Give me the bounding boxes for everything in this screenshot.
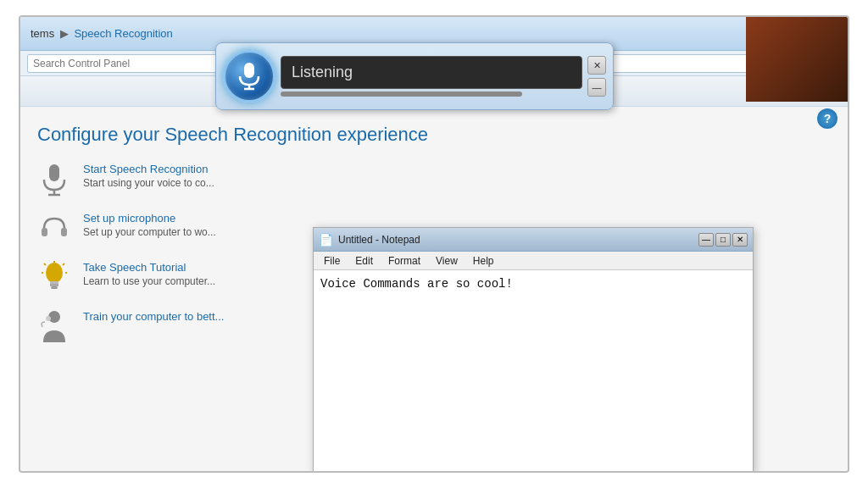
- list-item-start: Start Speech Recognition Start using you…: [37, 163, 831, 197]
- sr-status-area: Listening: [281, 56, 582, 97]
- np-titlebar: 📄 Untitled - Notepad — □ ✕: [314, 228, 753, 252]
- tutorial-text: Take Speech Tutorial Learn to use your c…: [83, 261, 215, 287]
- microphone-setup-text: Set up microphone Set up your computer t…: [83, 212, 216, 238]
- notepad-title: Untitled - Notepad: [338, 234, 693, 246]
- start-sr-desc: Start using your voice to co...: [83, 177, 214, 189]
- svg-rect-8: [51, 286, 58, 289]
- dark-corner-decoration: [746, 17, 848, 102]
- speech-recognition-toolbar: Listening ✕ —: [215, 42, 614, 110]
- outer-container: tems ▶ Speech Recognition — □ ✕ 🔍 ? Conf…: [19, 15, 849, 473]
- breadcrumb-prefix: tems: [31, 27, 54, 40]
- sr-controls-right: ✕ —: [587, 56, 606, 97]
- svg-rect-7: [50, 284, 58, 286]
- page-title: Configure your Speech Recognition experi…: [37, 124, 831, 146]
- breadcrumb-separator: ▶: [60, 27, 72, 40]
- menu-file[interactable]: File: [317, 253, 347, 269]
- np-menubar: File Edit Format View Help: [314, 252, 753, 270]
- headphones-icon: [37, 212, 71, 246]
- sr-status-display: Listening: [281, 56, 582, 89]
- breadcrumb: tems ▶ Speech Recognition: [27, 27, 766, 40]
- np-close-button[interactable]: ✕: [732, 233, 748, 247]
- np-minimize-button[interactable]: —: [698, 233, 714, 247]
- svg-rect-16: [244, 63, 254, 78]
- notepad-content[interactable]: Voice Commands are so cool!: [314, 270, 753, 472]
- microphone-setup-link[interactable]: Set up microphone: [83, 212, 216, 225]
- svg-rect-4: [61, 228, 67, 236]
- svg-rect-0: [49, 164, 59, 181]
- start-sr-link[interactable]: Start Speech Recognition: [83, 163, 214, 175]
- svg-point-5: [46, 263, 63, 283]
- menu-view[interactable]: View: [429, 253, 465, 269]
- notepad-window: 📄 Untitled - Notepad — □ ✕ File Edit For…: [313, 227, 754, 473]
- menu-format[interactable]: Format: [381, 253, 427, 269]
- svg-line-10: [44, 263, 46, 265]
- lightbulb-icon: [37, 261, 71, 295]
- microphone-icon: [37, 163, 71, 197]
- microphone-setup-desc: Set up your computer to wo...: [83, 226, 216, 238]
- np-maximize-button[interactable]: □: [715, 233, 731, 247]
- start-sr-text: Start Speech Recognition Start using you…: [83, 163, 214, 189]
- help-button[interactable]: ?: [817, 108, 837, 129]
- train-text: Train your computer to bett...: [83, 310, 224, 323]
- person-icon: [37, 310, 71, 344]
- train-link[interactable]: Train your computer to bett...: [83, 310, 224, 323]
- svg-line-11: [63, 263, 64, 265]
- tutorial-link[interactable]: Take Speech Tutorial: [83, 261, 215, 274]
- microphone-button[interactable]: [223, 50, 275, 103]
- sr-collapse-button[interactable]: —: [587, 78, 606, 97]
- breadcrumb-link[interactable]: Speech Recognition: [74, 27, 172, 40]
- svg-point-15: [46, 316, 51, 321]
- notepad-icon: 📄: [319, 233, 333, 247]
- menu-help[interactable]: Help: [466, 253, 501, 269]
- svg-rect-6: [50, 281, 58, 284]
- svg-rect-3: [42, 228, 47, 236]
- tutorial-desc: Learn to use your computer...: [83, 275, 215, 287]
- sr-close-button[interactable]: ✕: [587, 56, 606, 75]
- np-title-buttons: — □ ✕: [698, 233, 748, 247]
- sr-volume-bar: [281, 92, 522, 97]
- menu-edit[interactable]: Edit: [348, 253, 380, 269]
